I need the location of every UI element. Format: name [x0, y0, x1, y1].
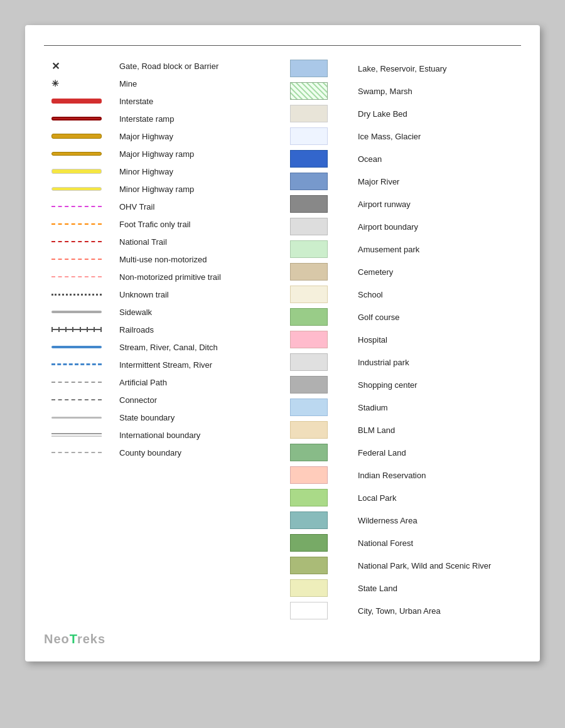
legend-label: Federal Land [358, 448, 406, 458]
legend-item: Dry Lake Bed [282, 102, 521, 125]
legend-card: ✕Gate, Road block or Barrier✳MineInterst… [25, 25, 540, 661]
legend-label: Stream, River, Canal, Ditch [119, 343, 218, 352]
legend-item: Minor Highway ramp [44, 180, 282, 198]
legend-item: Interstate [44, 92, 282, 110]
legend-label: Wilderness Area [358, 516, 417, 525]
symbol-line-goldenrod-thick [44, 134, 119, 139]
legend-label: Artificial Path [119, 378, 167, 387]
legend-item: Foot Trafic only trail [44, 215, 282, 233]
legend-label: Industrial park [358, 358, 409, 367]
legend-label: Minor Highway ramp [119, 185, 194, 194]
legend-label: Amusement park [358, 245, 419, 254]
legend-item: Unknown trail [44, 286, 282, 303]
legend-item: ✳Mine [44, 75, 282, 92]
symbol-box-green2 [282, 308, 358, 326]
symbol-box-paleyellow [282, 579, 358, 597]
symbol-line-red-thick [44, 99, 119, 104]
symbol-dashdot-blue [44, 363, 119, 366]
symbol-line-darkred-thick [44, 117, 119, 120]
legend-item: Amusement park [282, 238, 521, 260]
legend-label: Foot Trafic only trail [119, 220, 190, 229]
legend-item: Connector [44, 391, 282, 409]
legend-item: City, Town, Urban Area [282, 599, 521, 622]
legend-label: International boundary [119, 431, 200, 440]
legend-label: State boundary [119, 413, 175, 422]
legend-label: Minor Highway [119, 167, 173, 176]
legend-label: Swamp, Marsh [358, 87, 412, 96]
legend-label: Ice Mass, Glacier [358, 132, 421, 141]
legend-label: County boundary [119, 448, 181, 458]
symbol-dash-pink [44, 276, 119, 277]
symbol-box-lightblue [282, 60, 358, 77]
legend-label: Hospital [358, 335, 387, 345]
legend-label: Major River [358, 177, 399, 186]
symbol-box-white [282, 602, 358, 619]
left-column: ✕Gate, Road block or Barrier✳MineInterst… [44, 57, 282, 622]
symbol-box-pink [282, 331, 358, 348]
symbol-box-periwinkle [282, 173, 358, 190]
symbol-line-yellow-thick [44, 169, 119, 174]
legend-item: Artificial Path [44, 373, 282, 391]
symbol-box-tan [282, 263, 358, 281]
legend-item: National Park, Wild and Scenic River [282, 554, 521, 577]
symbol-box-drylake [282, 105, 358, 122]
symbol-line-gray-dash [44, 452, 119, 453]
legend-label: National Park, Wild and Scenic River [358, 561, 491, 570]
symbol-mine-text: ✳ [44, 78, 119, 88]
legend-label: OHV Trail [119, 202, 154, 211]
legend-item: Interstate ramp [44, 110, 282, 127]
legend-label: National Forest [358, 538, 413, 548]
symbol-box-lightgray [282, 218, 358, 235]
symbol-railroad [44, 326, 119, 333]
legend-item: Wilderness Area [282, 509, 521, 532]
legend-label: Lake, Reservoir, Estuary [358, 64, 447, 73]
legend-item: Stream, River, Canal, Ditch [44, 338, 282, 356]
symbol-line-lightgray [44, 417, 119, 419]
legend-item: State Land [282, 577, 521, 599]
legend-label: Shopping center [358, 380, 417, 390]
legend-item: Golf course [282, 306, 521, 328]
legend-item: Ocean [282, 147, 521, 170]
legend-item: State boundary [44, 409, 282, 426]
symbol-x-text: ✕ [44, 60, 119, 72]
symbol-box-teal [282, 511, 358, 529]
legend-item: OHV Trail [44, 198, 282, 215]
symbol-box-gray2 [282, 376, 358, 393]
legend-label: National Trail [119, 237, 167, 247]
legend-item: Major Highway ramp [44, 145, 282, 163]
legend-item: Railroads [44, 321, 282, 338]
legend-item: Sidewalk [44, 303, 282, 321]
symbol-box-peach [282, 421, 358, 439]
symbol-box-lightyellow [282, 286, 358, 303]
symbol-dash-salmon [44, 259, 119, 260]
legend-grid: ✕Gate, Road block or Barrier✳MineInterst… [44, 57, 521, 622]
legend-item: Lake, Reservoir, Estuary [282, 57, 521, 80]
legend-item: School [282, 283, 521, 306]
legend-label: State Land [358, 584, 397, 593]
symbol-line-gray-thin [44, 311, 119, 313]
symbol-line-blue [44, 346, 119, 348]
symbol-line-yellow-medium [44, 187, 119, 191]
symbol-dash-gray2 [44, 399, 119, 400]
legend-label: Dry Lake Bed [358, 109, 407, 119]
legend-item: Stadium [282, 396, 521, 419]
legend-item: National Trail [44, 233, 282, 250]
legend-label: Local Park [358, 493, 396, 503]
legend-item: Airport runway [282, 193, 521, 215]
logo-area: NeoTreks [44, 632, 521, 646]
legend-label: Major Highway ramp [119, 149, 194, 159]
right-column: Lake, Reservoir, EstuarySwamp, MarshDry … [282, 57, 521, 622]
legend-item: Major Highway [44, 127, 282, 145]
symbol-box-olive [282, 557, 358, 574]
legend-label: Airport runway [358, 200, 411, 209]
logo-text: NeoTreks [44, 632, 105, 646]
legend-item: Indian Reservation [282, 464, 521, 486]
legend-label: Stadium [358, 403, 388, 412]
legend-item: Federal Land [282, 441, 521, 464]
symbol-line-goldenrod-medium [44, 152, 119, 156]
symbol-box-silvergray [282, 353, 358, 371]
symbol-box-swamp [282, 82, 358, 100]
legend-item: Intermittent Stream, River [44, 356, 282, 373]
legend-item: Local Park [282, 486, 521, 509]
legend-label: Interstate ramp [119, 114, 174, 124]
